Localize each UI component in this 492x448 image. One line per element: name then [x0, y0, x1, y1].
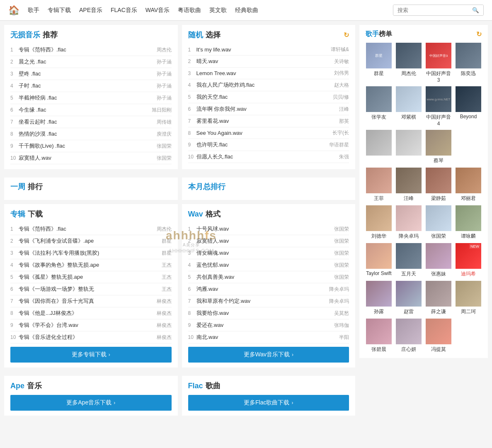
nav-album[interactable]: 专辑下载	[48, 5, 71, 16]
list-item[interactable]: 6鸿雁.wav降央卓玛	[188, 283, 349, 295]
list-item[interactable]: 5半截神经病 .flac孙子涵	[10, 92, 172, 104]
list-item[interactable]: 7雾里看花.wav那英	[188, 115, 349, 127]
list-item[interactable]: 6流年啊 你奈我何.wav汪峰	[188, 103, 349, 115]
artist-item[interactable]: 周二珂	[455, 281, 482, 315]
more-ape-button[interactable]: 更多Ape音乐下载 ›	[10, 395, 172, 411]
artist-item[interactable]: 张学友	[366, 86, 392, 127]
list-item[interactable]: 5专辑《孤星》整轨无损.ape王杰	[10, 271, 172, 283]
artist-item[interactable]: 群星 群星	[366, 43, 392, 83]
weekly-title: 一周 排行	[10, 182, 172, 192]
artist-item[interactable]: 邓紫棋	[395, 86, 422, 127]
list-item[interactable]: 3专辑《法拉利·汽车专用播放(黑胶)群星	[10, 247, 172, 259]
wav-song-list: 1十号风球.wav张国荣 2寂寞猎人.wav张国荣 3倩女幽魂.wav张国荣 4…	[188, 223, 349, 343]
artist-item[interactable]: 梁静茹	[425, 168, 452, 202]
nav-wav[interactable]: WAV音乐	[145, 5, 170, 16]
artist-item[interactable]: 五月天	[395, 243, 422, 278]
list-item[interactable]: 3壁咚 .flac孙子涵	[10, 68, 172, 80]
nav-ape[interactable]: APE音乐	[79, 5, 102, 16]
random-refresh-icon[interactable]: ↻	[344, 31, 349, 39]
list-item[interactable]: 10专辑《音乐进化全过程》林俊杰	[10, 331, 172, 343]
artist-item[interactable]: 刘德华	[366, 205, 392, 240]
artist-item[interactable]: 薛之谦	[425, 281, 452, 315]
list-item[interactable]: 4蓝色忧郁.wav张国荣	[188, 259, 349, 271]
artist-item	[455, 319, 482, 353]
logo-icon[interactable]: 🏠	[8, 5, 19, 16]
artist-item[interactable]: 冯提莫	[425, 319, 452, 353]
list-item[interactable]: 3Lemon Tree.wav刘伟男	[188, 68, 349, 79]
artist-name: 王菲	[366, 195, 392, 202]
artist-name: 周杰伦	[395, 70, 422, 77]
artist-item[interactable]: 赵雷	[395, 281, 422, 315]
list-item[interactable]: 7专辑《因你而在》音乐十光写真林俊杰	[10, 295, 172, 307]
ape-title: Ape 音乐	[10, 381, 172, 391]
nav-english[interactable]: 英文歌	[209, 5, 227, 16]
list-item[interactable]: 1It's my life.wav谭轩铖&	[188, 44, 349, 56]
more-flac-button[interactable]: 更多Flac歌曲下载 ›	[188, 395, 349, 411]
list-item[interactable]: 1十号风球.wav张国荣	[188, 223, 349, 235]
artist-item[interactable]: 陈奕迅	[455, 43, 482, 83]
list-item[interactable]: 8我要给你.wav吴莫愁	[188, 307, 349, 319]
list-item[interactable]: 4子时 .flac孙子涵	[10, 80, 172, 92]
more-album-button[interactable]: 更多专辑下载 ›	[10, 347, 172, 363]
artist-name: 降央卓玛	[395, 233, 422, 240]
artist-item[interactable]: Beyond	[455, 86, 482, 127]
artist-item[interactable]: 汪峰	[395, 168, 422, 202]
list-item[interactable]: 4我在人民广场吃炸鸡.flac赵大格	[188, 79, 349, 91]
list-item[interactable]: 8专辑《他是...JJ林俊杰》林俊杰	[10, 307, 172, 319]
artist-item[interactable]: 邓丽君	[455, 168, 482, 202]
left-column: 无损音乐 推荐 1专辑《范特西》.flac周杰伦 2晨之光 .flac孙子涵 3…	[4, 25, 355, 424]
list-item[interactable]: 10南北.wav半阳	[188, 331, 349, 343]
nav-flac[interactable]: FLAC音乐	[111, 5, 137, 16]
list-item[interactable]: 3倩女幽魂.wav张国荣	[188, 247, 349, 259]
list-item[interactable]: 9专辑《学不会》台湾.wav林俊杰	[10, 319, 172, 331]
artist-item[interactable]: 张国荣	[425, 205, 452, 240]
list-item[interactable]: 2专辑《飞利浦专业试音碟》.ape群星	[10, 235, 172, 247]
nav-singer[interactable]: 歌手	[28, 5, 39, 16]
list-item[interactable]: 2晨之光 .flac孙子涵	[10, 56, 172, 68]
list-item[interactable]: 2寂寞猎人.wav张国荣	[188, 235, 349, 247]
artist-item[interactable]: 王菲	[366, 168, 392, 202]
list-item[interactable]: 10寂寞猎人.wav张国荣	[10, 152, 172, 164]
list-item[interactable]: 7坐看云起时 .flac周传雄	[10, 116, 172, 128]
artist-name: 谭咏麟	[455, 233, 482, 240]
artist-item[interactable]: NEW 迪玛希	[455, 243, 482, 278]
search-button[interactable]: 🔍	[468, 5, 483, 15]
artist-item[interactable]	[366, 130, 392, 164]
artist-item[interactable]: 蔡琴	[425, 130, 452, 164]
artist-item[interactable]: Taylor Swift	[366, 243, 392, 278]
list-item[interactable]: 4专辑《故事的角色》整轨无损.ape王杰	[10, 259, 172, 271]
artist-item[interactable]	[395, 130, 422, 164]
arrow-icon: ›	[109, 352, 110, 358]
list-item[interactable]: 6专辑《一场游戏一场梦》整轨无王杰	[10, 283, 172, 295]
list-item[interactable]: 1专辑《范特西》.flac周杰伦	[10, 223, 172, 235]
list-item[interactable]: 9千千阙歌(Live) .flac张国荣	[10, 140, 172, 152]
list-item[interactable]: 5我的天空.flac贝贝/修	[188, 91, 349, 103]
nav-cantonese[interactable]: 粤语歌曲	[178, 5, 201, 16]
list-item[interactable]: 1专辑《范特西》.flac周杰伦	[10, 44, 172, 56]
artist-item[interactable]: 孙露	[366, 281, 392, 315]
artist-item[interactable]: 降央卓玛	[395, 205, 422, 240]
artist-item[interactable]: 张惠妹	[425, 243, 452, 278]
artist-item[interactable]: 庄心妍	[395, 319, 422, 353]
artist-item[interactable]: 谭咏麟	[455, 205, 482, 240]
artist-item[interactable]: 张碧晨	[366, 319, 392, 353]
artist-item[interactable]: 中国好声音3 中国好声音3	[425, 43, 452, 83]
album-title: 专辑 下载	[10, 209, 172, 219]
list-item[interactable]: 9爱还在.wav张玮伽	[188, 319, 349, 331]
list-item[interactable]: 5共创真善美.wav张国荣	[188, 271, 349, 283]
list-item[interactable]: 10但愿人长久.flac朱强	[188, 151, 349, 163]
artist-name: 庄心妍	[395, 346, 422, 353]
artist-item[interactable]: www.g-ims.NET 中国好声音4	[425, 86, 452, 127]
more-wav-button[interactable]: 更多Wav音乐下载 ›	[188, 347, 349, 363]
list-item[interactable]: 9也许明天.flac华语群星	[188, 139, 349, 151]
search-input[interactable]	[393, 5, 468, 15]
list-item[interactable]: 8See You Again.wav长宇(长	[188, 127, 349, 139]
list-item[interactable]: 2晴天.wav关诗敏	[188, 56, 349, 68]
list-item[interactable]: 7我和草原有个约定.wav降央卓玛	[188, 295, 349, 307]
artist-refresh-icon[interactable]: ↻	[476, 30, 482, 38]
list-item[interactable]: 8热情的沙漠 .flac庾澄庆	[10, 128, 172, 140]
artist-item[interactable]: 周杰伦	[395, 43, 422, 83]
artist-name: 张国荣	[425, 233, 452, 240]
nav-classic[interactable]: 经典歌曲	[235, 5, 258, 16]
list-item[interactable]: 6今生缘 .flac旭日阳刚	[10, 104, 172, 116]
